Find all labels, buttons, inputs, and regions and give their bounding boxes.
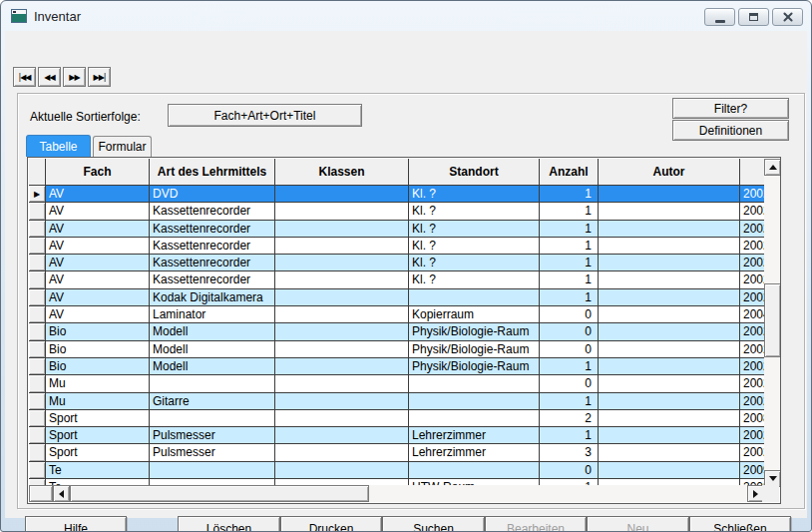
column-header-klassen[interactable]: Klassen: [275, 159, 409, 186]
grid-cell[interactable]: Laminator: [150, 306, 275, 323]
row-selector-cell[interactable]: [29, 375, 46, 392]
grid-cell[interactable]: [599, 358, 740, 375]
row-selector-cell[interactable]: [29, 341, 46, 358]
restore-button[interactable]: [738, 8, 769, 26]
grid-cell[interactable]: 0: [540, 323, 599, 340]
grid-cell[interactable]: [599, 221, 740, 238]
grid-cell[interactable]: Kassettenrecorder: [150, 221, 275, 238]
grid-cell[interactable]: Te: [46, 462, 150, 479]
grid-cell[interactable]: [599, 238, 740, 255]
row-selector-cell[interactable]: [29, 323, 46, 340]
grid-cell[interactable]: [599, 306, 740, 323]
schlie-en-button[interactable]: Schließen: [689, 516, 791, 532]
grid-cell[interactable]: [599, 444, 740, 461]
grid-cell[interactable]: 2002: [740, 203, 764, 220]
hilfe-button[interactable]: Hilfe: [25, 516, 127, 532]
grid-cell[interactable]: [409, 462, 540, 479]
definitions-button[interactable]: Definitionen: [672, 120, 789, 141]
grid-cell[interactable]: Gitarre: [150, 393, 275, 410]
grid-row[interactable]: BioModellPhysik/Biologie-Raum02002: [29, 323, 764, 340]
grid-cell[interactable]: Lehrerzimmer: [409, 444, 540, 461]
grid-cell[interactable]: [275, 306, 409, 323]
grid-cell[interactable]: [409, 393, 540, 410]
grid-cell[interactable]: 2002: [740, 255, 764, 271]
row-selector-cell[interactable]: [29, 462, 46, 479]
grid-cell[interactable]: [275, 271, 409, 288]
grid-row[interactable]: BioModellPhysik/Biologie-Raum02002: [29, 341, 764, 358]
grid-cell[interactable]: AV: [46, 221, 150, 238]
grid-cell[interactable]: Physik/Biologie-Raum: [409, 323, 540, 340]
grid-cell[interactable]: Physik/Biologie-Raum: [409, 341, 540, 358]
grid-cell[interactable]: 2008: [740, 410, 764, 427]
grid-cell[interactable]: [599, 255, 740, 271]
column-header-standort[interactable]: Standort: [409, 159, 540, 186]
grid-cell[interactable]: [275, 203, 409, 220]
grid-cell[interactable]: [599, 462, 740, 479]
drucken-button[interactable]: Drucken: [280, 516, 382, 532]
next-record-button[interactable]: ▶▶: [63, 67, 86, 87]
row-selector-cell[interactable]: [29, 221, 46, 238]
grid-cell[interactable]: 2002: [740, 238, 764, 255]
grid-row[interactable]: MuGitarre12002: [29, 393, 764, 410]
grid-cell[interactable]: 2002: [740, 358, 764, 375]
grid-cell[interactable]: Kopierraum: [409, 306, 540, 323]
grid-cell[interactable]: [275, 221, 409, 238]
grid-cell[interactable]: Mu: [46, 393, 150, 410]
grid-cell[interactable]: [409, 375, 540, 392]
tab-formular[interactable]: Formular: [93, 136, 152, 157]
grid-cell[interactable]: 2002: [740, 375, 764, 392]
grid-cell[interactable]: Mu: [46, 375, 150, 392]
grid-row[interactable]: AVKassettenrecorderKl. ?12002: [29, 238, 764, 255]
grid-cell[interactable]: [599, 289, 740, 306]
filter-button[interactable]: Filter?: [672, 98, 789, 119]
grid-cell[interactable]: [275, 255, 409, 271]
grid-cell[interactable]: Bio: [46, 323, 150, 340]
grid-cell[interactable]: Sport: [46, 444, 150, 461]
grid-cell[interactable]: 2002: [740, 393, 764, 410]
grid-cell[interactable]: [275, 358, 409, 375]
grid-cell[interactable]: Kassettenrecorder: [150, 238, 275, 255]
grid-cell[interactable]: [599, 375, 740, 392]
grid-cell[interactable]: [599, 186, 740, 203]
grid-cell[interactable]: 2: [540, 410, 599, 427]
grid-cell[interactable]: AV: [46, 255, 150, 271]
grid-cell[interactable]: 0: [540, 306, 599, 323]
tab-tabelle[interactable]: Tabelle: [26, 135, 91, 157]
grid-cell[interactable]: [150, 462, 275, 479]
grid-row[interactable]: SportPulsmesserLehrerzimmer32002: [29, 444, 764, 461]
minimize-button[interactable]: [704, 8, 735, 26]
grid-cell[interactable]: 0: [540, 375, 599, 392]
grid-cell[interactable]: [275, 238, 409, 255]
grid-row[interactable]: ▶AVDVDKl. ?12002: [29, 186, 764, 203]
grid-cell[interactable]: Modell: [150, 341, 275, 358]
grid-cell[interactable]: 2002: [740, 271, 764, 288]
row-selector-cell[interactable]: [29, 393, 46, 410]
grid-cell[interactable]: Kl. ?: [409, 203, 540, 220]
row-selector-cell[interactable]: [29, 427, 46, 444]
grid-cell[interactable]: [599, 323, 740, 340]
prior-record-button[interactable]: ◀◀: [38, 67, 61, 87]
grid-cell[interactable]: Pulsmesser: [150, 444, 275, 461]
grid-cell[interactable]: AV: [46, 238, 150, 255]
grid-cell[interactable]: [275, 393, 409, 410]
close-button[interactable]: [772, 8, 803, 26]
grid-cell[interactable]: [599, 427, 740, 444]
grid-cell[interactable]: [275, 341, 409, 358]
grid-cell[interactable]: 0: [540, 341, 599, 358]
grid-cell[interactable]: 3: [540, 444, 599, 461]
grid-cell[interactable]: 2002: [740, 444, 764, 461]
grid-cell[interactable]: 2002: [740, 186, 764, 203]
column-header-autor[interactable]: Autor: [599, 159, 740, 186]
row-selector-cell[interactable]: [29, 289, 46, 306]
grid-cell[interactable]: 1: [540, 358, 599, 375]
row-selector-cell[interactable]: [29, 358, 46, 375]
grid-row[interactable]: Te02009: [29, 462, 764, 479]
grid-cell[interactable]: [275, 427, 409, 444]
grid-row[interactable]: AVLaminatorKopierraum02004: [29, 306, 764, 323]
grid-cell[interactable]: 2002: [740, 289, 764, 306]
grid-cell[interactable]: Modell: [150, 358, 275, 375]
grid-row[interactable]: BioModellPhysik/Biologie-Raum12002: [29, 358, 764, 375]
grid-cell[interactable]: [599, 341, 740, 358]
scroll-left-button[interactable]: [53, 485, 70, 502]
grid-cell[interactable]: Kl. ?: [409, 271, 540, 288]
